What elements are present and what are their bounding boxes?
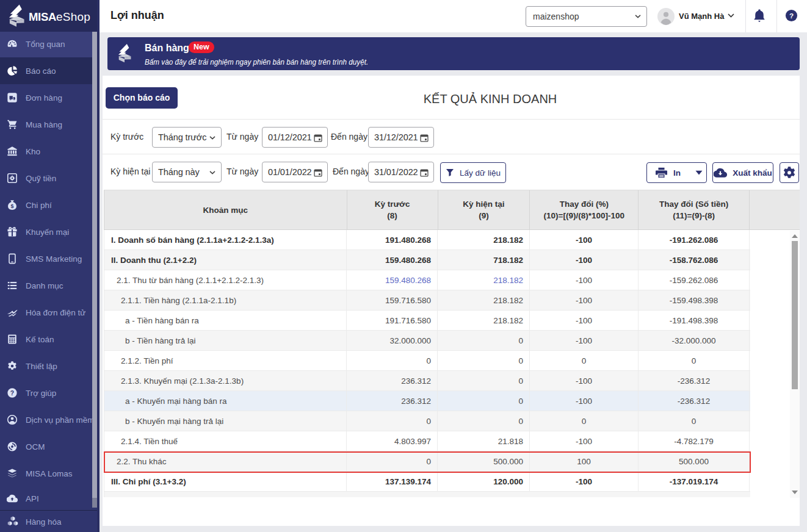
svg-text:$: $ xyxy=(10,203,13,209)
svg-text:?: ? xyxy=(10,390,14,397)
svg-text:?: ? xyxy=(789,12,794,20)
